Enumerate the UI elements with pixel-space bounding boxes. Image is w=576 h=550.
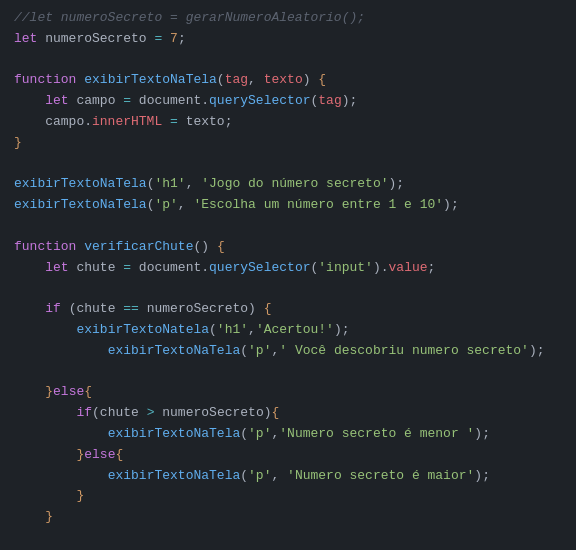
code-token: = bbox=[154, 29, 162, 50]
code-token: exibirTextoNaTela bbox=[14, 174, 147, 195]
code-token: campo. bbox=[14, 112, 92, 133]
code-token: ) bbox=[389, 174, 397, 195]
code-token: ) bbox=[474, 424, 482, 445]
code-line: exibirTextoNatela('h1','Acertou!'); bbox=[0, 320, 576, 341]
code-token: ) bbox=[529, 341, 537, 362]
code-token: 'p' bbox=[248, 341, 271, 362]
code-token: ( bbox=[147, 174, 155, 195]
code-token: () bbox=[193, 237, 209, 258]
code-line: exibirTextoNaTela('p', 'Numero secreto é… bbox=[0, 466, 576, 487]
code-token: 'Acertou!' bbox=[256, 320, 334, 341]
code-token: ; bbox=[482, 424, 490, 445]
code-line bbox=[0, 50, 576, 71]
code-token bbox=[162, 112, 170, 133]
code-token bbox=[14, 341, 108, 362]
code-token: == bbox=[123, 299, 139, 320]
code-line: if (chute == numeroSecreto) { bbox=[0, 299, 576, 320]
code-line: } bbox=[0, 486, 576, 507]
code-token: } bbox=[76, 445, 84, 466]
code-token: , bbox=[248, 70, 264, 91]
code-token: numeroSecreto bbox=[37, 29, 154, 50]
code-token: ( bbox=[92, 403, 100, 424]
code-token: ( bbox=[240, 424, 248, 445]
code-token: , bbox=[186, 174, 202, 195]
code-token: } bbox=[45, 507, 53, 528]
code-token: ) bbox=[248, 299, 256, 320]
code-token: ) bbox=[334, 320, 342, 341]
code-token: tag bbox=[225, 70, 248, 91]
code-token: , bbox=[271, 424, 279, 445]
code-token: document. bbox=[131, 91, 209, 112]
code-line: function exibirTextoNaTela(tag, texto) { bbox=[0, 70, 576, 91]
code-token: ( bbox=[310, 91, 318, 112]
code-line: if(chute > numeroSecreto){ bbox=[0, 403, 576, 424]
code-token: ; bbox=[342, 320, 350, 341]
code-token: ) bbox=[443, 195, 451, 216]
code-token: ; bbox=[428, 258, 436, 279]
code-token: let bbox=[45, 258, 68, 279]
code-line: exibirTextoNaTela('p', 'Escolha um númer… bbox=[0, 195, 576, 216]
code-token: ) bbox=[474, 466, 482, 487]
code-line bbox=[0, 362, 576, 383]
code-token: { bbox=[264, 299, 272, 320]
code-line: }else{ bbox=[0, 382, 576, 403]
code-token: exibirTextoNatela bbox=[76, 320, 209, 341]
code-token bbox=[14, 258, 45, 279]
code-token: else bbox=[53, 382, 84, 403]
code-token: > bbox=[147, 403, 155, 424]
code-token: 'p' bbox=[248, 424, 271, 445]
code-token: ) bbox=[373, 258, 381, 279]
code-line: exibirTextoNaTela('p','Numero secreto é … bbox=[0, 424, 576, 445]
code-token: chute bbox=[69, 258, 124, 279]
code-token: value bbox=[389, 258, 428, 279]
code-token: exibirTextoNaTela bbox=[84, 70, 217, 91]
code-token: } bbox=[76, 486, 84, 507]
code-token bbox=[14, 486, 76, 507]
code-token bbox=[14, 424, 108, 445]
code-token: ; bbox=[178, 29, 186, 50]
code-line: let campo = document.querySelector(tag); bbox=[0, 91, 576, 112]
code-token: ) bbox=[264, 403, 272, 424]
code-token: = bbox=[123, 258, 131, 279]
code-token: if bbox=[45, 299, 61, 320]
code-token: ( bbox=[209, 320, 217, 341]
code-token: , bbox=[178, 195, 194, 216]
code-token bbox=[14, 403, 76, 424]
code-token: ( bbox=[310, 258, 318, 279]
code-token: . bbox=[381, 258, 389, 279]
code-token bbox=[256, 299, 264, 320]
code-token: ( bbox=[217, 70, 225, 91]
code-token: //let numeroSecreto = gerarNumeroAleator… bbox=[14, 8, 365, 29]
code-token: ( bbox=[69, 299, 77, 320]
code-token: numeroSecreto bbox=[154, 403, 263, 424]
code-token: ; bbox=[482, 466, 490, 487]
code-token: verificarChute bbox=[84, 237, 193, 258]
code-token: exibirTextoNaTela bbox=[108, 341, 241, 362]
code-token bbox=[14, 466, 108, 487]
code-token: ( bbox=[240, 341, 248, 362]
code-token: document. bbox=[131, 258, 209, 279]
code-line: //let numeroSecreto = gerarNumeroAleator… bbox=[0, 8, 576, 29]
code-token: { bbox=[115, 445, 123, 466]
code-token: numeroSecreto bbox=[139, 299, 248, 320]
code-token: let bbox=[14, 29, 37, 50]
code-token: innerHTML bbox=[92, 112, 162, 133]
code-line: let chute = document.querySelector('inpu… bbox=[0, 258, 576, 279]
code-token: tag bbox=[318, 91, 341, 112]
code-token: } bbox=[14, 133, 22, 154]
code-token: exibirTextoNaTela bbox=[108, 466, 241, 487]
code-line: function verificarChute() { bbox=[0, 237, 576, 258]
code-line bbox=[0, 216, 576, 237]
code-token: ' Você descobriu numero secreto' bbox=[279, 341, 529, 362]
code-token: exibirTextoNaTela bbox=[14, 195, 147, 216]
code-token bbox=[14, 445, 76, 466]
code-token: texto bbox=[264, 70, 303, 91]
code-token bbox=[14, 382, 45, 403]
code-token bbox=[209, 237, 217, 258]
code-token: ( bbox=[240, 466, 248, 487]
code-token bbox=[162, 29, 170, 50]
code-token bbox=[14, 91, 45, 112]
code-line: } bbox=[0, 133, 576, 154]
code-token: 'p' bbox=[248, 466, 271, 487]
code-token: ; bbox=[396, 174, 404, 195]
